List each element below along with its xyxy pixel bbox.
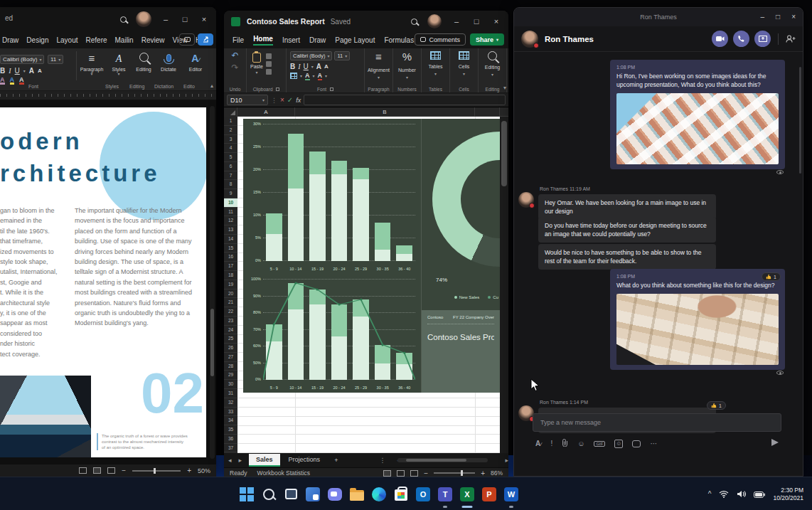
- enter-icon[interactable]: ✓: [287, 96, 293, 104]
- sender-avatar[interactable]: [518, 192, 534, 208]
- task-view-taskbar-icon[interactable]: [282, 485, 300, 504]
- maximize-button[interactable]: □: [180, 15, 190, 23]
- sales-dashboard[interactable]: 0%5%10%15%20%25%30%5 - 910 - 1415 - 1920…: [243, 119, 500, 393]
- grow-font-button[interactable]: A: [316, 63, 321, 70]
- row-header-29[interactable]: 29: [224, 371, 237, 380]
- excel-vertical-scrollbar[interactable]: [500, 117, 508, 453]
- row-header-10[interactable]: 10: [224, 198, 237, 208]
- editor-button[interactable]: A∕Editor: [183, 52, 208, 72]
- text-effects-button[interactable]: A: [0, 77, 5, 83]
- copy-icon[interactable]: [266, 61, 272, 67]
- avatar[interactable]: [427, 14, 442, 28]
- zoom-out-button[interactable]: −: [122, 467, 126, 474]
- clock[interactable]: 2:30 PM 10/20/2021: [773, 487, 803, 502]
- shrink-font-button[interactable]: A: [324, 63, 328, 70]
- row-header-26[interactable]: 26: [224, 344, 237, 353]
- teams-window[interactable]: Ron Thames – □ × Ron Thames: [513, 7, 803, 477]
- row-header-3[interactable]: 3: [224, 135, 237, 144]
- borders-button[interactable]: [290, 73, 297, 79]
- tray-overflow-icon[interactable]: ^: [708, 490, 712, 498]
- column-header-a[interactable]: A: [237, 107, 295, 117]
- cut-icon[interactable]: [266, 53, 272, 59]
- row-header-25[interactable]: 25: [224, 334, 237, 344]
- wifi-icon[interactable]: [719, 488, 729, 501]
- zoom-slider[interactable]: [434, 472, 475, 474]
- comments-icon[interactable]: [179, 33, 195, 46]
- row-header-9[interactable]: 9: [224, 189, 237, 198]
- format-painter-icon[interactable]: [266, 69, 272, 75]
- word-titlebar[interactable]: ed – □ ×: [0, 7, 216, 31]
- file-explorer-taskbar-icon[interactable]: [348, 485, 366, 504]
- tab-file[interactable]: File: [233, 36, 244, 44]
- zoom-out-button[interactable]: −: [424, 469, 428, 477]
- cells-button[interactable]: Cells▾Cells: [450, 48, 479, 92]
- dictate-button[interactable]: Dictate: [156, 52, 181, 72]
- video-call-button[interactable]: [712, 31, 728, 47]
- read-mode-icon[interactable]: [79, 467, 87, 474]
- number-button[interactable]: %Number▾Numbers: [393, 48, 422, 92]
- redo-button[interactable]: ↷: [231, 63, 238, 72]
- zoom-slider[interactable]: [132, 470, 181, 472]
- select-all-corner[interactable]: [224, 107, 237, 117]
- audio-call-button[interactable]: [733, 31, 749, 47]
- zoom-in-button[interactable]: +: [187, 467, 191, 474]
- importance-icon[interactable]: !: [550, 440, 552, 447]
- attach-icon[interactable]: [562, 439, 568, 448]
- excel-titlebar[interactable]: Contoso Sales Report Saved – □ ×: [224, 11, 508, 32]
- font-name-select[interactable]: Calibri (Body)▾: [0, 55, 44, 64]
- row-header-20[interactable]: 20: [224, 289, 237, 299]
- zoom-level[interactable]: 86%: [491, 469, 503, 477]
- tab-refere[interactable]: Refere: [86, 36, 107, 44]
- share-icon[interactable]: [198, 33, 213, 46]
- zoom-level[interactable]: 50%: [198, 467, 210, 474]
- chat-message-list[interactable]: 1:08 PMHi Ron, I've been working on some…: [514, 53, 803, 405]
- gif-icon[interactable]: GIF: [594, 441, 605, 447]
- excel-taskbar-icon[interactable]: X: [458, 485, 476, 504]
- tab-insert[interactable]: Insert: [282, 36, 300, 44]
- workbook-statistics[interactable]: Workbook Statistics: [257, 469, 310, 477]
- row-header-12[interactable]: 12: [224, 216, 237, 225]
- tab-page-layout[interactable]: Page Layout: [335, 36, 375, 44]
- word-window[interactable]: ed – □ × DrawDesignLayoutRefereMailinRev…: [0, 7, 216, 477]
- sticker-icon[interactable]: ☺: [614, 440, 623, 448]
- screen-share-button[interactable]: [754, 31, 771, 47]
- font-size-select[interactable]: 11▾: [334, 51, 350, 60]
- sheet-prev-icon[interactable]: ◂: [228, 457, 232, 464]
- row-header-8[interactable]: 8: [224, 180, 237, 189]
- row-header-28[interactable]: 28: [224, 362, 237, 371]
- font-color-button[interactable]: A: [318, 73, 323, 79]
- row-header-1[interactable]: 1: [224, 117, 237, 126]
- row-header-7[interactable]: 7: [224, 171, 237, 181]
- search-taskbar-icon[interactable]: [260, 485, 278, 504]
- sheet-next-icon[interactable]: ▸: [239, 457, 242, 464]
- teams-titlebar[interactable]: Ron Thames – □ ×: [514, 8, 803, 26]
- shrink-font-button[interactable]: A: [38, 68, 42, 74]
- italic-button[interactable]: I: [9, 67, 11, 75]
- message-input[interactable]: [533, 413, 781, 432]
- tab-design[interactable]: Design: [26, 36, 48, 44]
- column-header-next[interactable]: [475, 107, 500, 117]
- powerpoint-taskbar-icon[interactable]: P: [480, 485, 498, 504]
- maximize-button[interactable]: □: [471, 17, 481, 26]
- edge-taskbar-icon[interactable]: [370, 485, 388, 504]
- row-header-32[interactable]: 32: [224, 398, 237, 408]
- row-header-27[interactable]: 27: [224, 353, 237, 362]
- row-header-19[interactable]: 19: [224, 280, 237, 289]
- close-button[interactable]: ×: [199, 15, 209, 23]
- row-header-16[interactable]: 16: [224, 253, 237, 262]
- search-icon[interactable]: [411, 18, 417, 25]
- sheet-tab-projections[interactable]: Projections: [282, 454, 328, 467]
- excel-window[interactable]: Contoso Sales Report Saved – □ × FileHom…: [224, 11, 508, 478]
- format-icon[interactable]: A∕: [535, 440, 541, 447]
- web-layout-icon[interactable]: [107, 467, 115, 474]
- font-color-button[interactable]: A: [19, 77, 24, 83]
- row-header-34[interactable]: 34: [224, 416, 237, 425]
- tab-draw[interactable]: Draw: [2, 36, 18, 44]
- close-button[interactable]: ×: [491, 17, 501, 26]
- font-name-select[interactable]: Calibri (Body)▾: [290, 51, 332, 60]
- collapse-ribbon-icon[interactable]: ▴: [210, 83, 213, 89]
- tab-review[interactable]: Review: [141, 36, 165, 44]
- comments-button[interactable]: Comments: [415, 33, 466, 46]
- row-header-18[interactable]: 18: [224, 271, 237, 280]
- highlight-button[interactable]: A: [10, 77, 15, 83]
